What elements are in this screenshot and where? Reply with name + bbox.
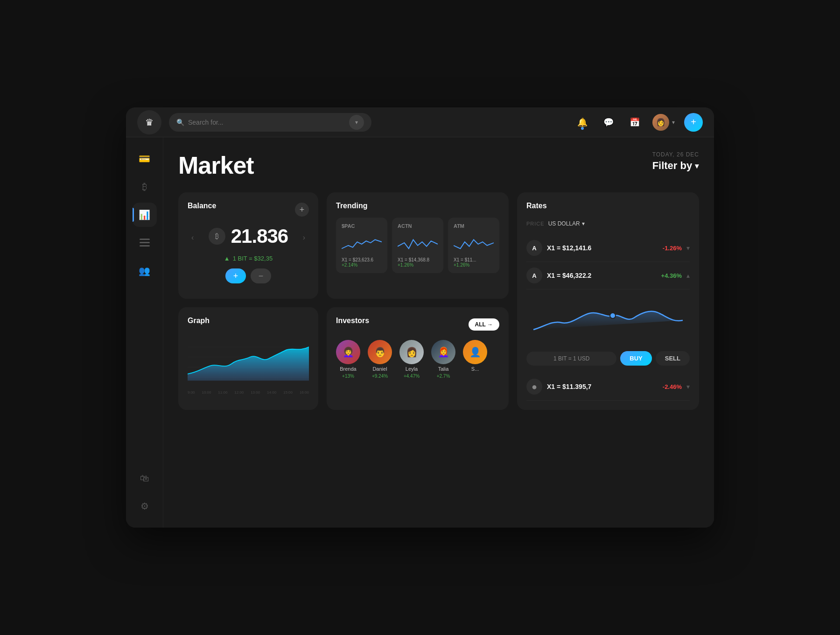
up-arrow-icon: ▲: [224, 255, 230, 262]
rate-expand-1[interactable]: ▾: [686, 244, 690, 252]
content-header: Market TODAY, 26 DEC Filter by ▾: [178, 151, 699, 179]
trade-buttons: 1 BIT = 1 USD BUY SELL: [526, 351, 690, 366]
investor-s[interactable]: 👤 S...: [463, 340, 487, 379]
currency-dropdown[interactable]: US DOLLAR ▾: [548, 220, 585, 227]
add-btn[interactable]: +: [684, 113, 703, 132]
trending-item-atm[interactable]: ATM X1 = $11... +1.26%: [448, 218, 499, 273]
minus-label: −: [259, 271, 264, 281]
avatar-btn[interactable]: 👩 ▾: [652, 114, 675, 131]
user-avatar: 👩: [652, 114, 669, 131]
trending-item-actn[interactable]: ACTN X1 = $14,368.8 +1.26%: [392, 218, 443, 273]
price-atm: X1 = $11...: [454, 257, 494, 262]
rate-icon-3: ●: [526, 379, 542, 395]
trending-title: Trending: [336, 202, 499, 210]
filter-button[interactable]: Filter by ▾: [652, 160, 699, 172]
btc-icon: ₿: [209, 228, 225, 245]
change-leyla: +4.47%: [404, 374, 420, 379]
ticker-spac: $PAC: [342, 223, 382, 229]
plus-label: +: [233, 271, 238, 281]
search-dropdown-btn[interactable]: ▾: [349, 115, 364, 130]
sidebar-item-wallet[interactable]: 💳: [133, 147, 157, 171]
sidebar-item-bag[interactable]: 🛍: [133, 466, 157, 490]
svg-rect-2: [140, 245, 150, 247]
investor-leyla[interactable]: 👩 Leyla +4.47%: [399, 340, 424, 379]
balance-card: Balance + ‹ ₿ 21.836 › ▲ 1 BIT = $32,35: [178, 192, 318, 299]
notifications-btn[interactable]: 🔔: [574, 114, 591, 131]
balance-amount: 21.836: [231, 225, 288, 247]
rates-price-row: PRICE US DOLLAR ▾: [526, 220, 690, 227]
filter-chevron-icon: ▾: [695, 162, 699, 170]
all-investors-btn[interactable]: ALL →: [469, 318, 499, 331]
sell-button[interactable]: SELL: [656, 351, 690, 366]
svg-rect-0: [140, 239, 150, 240]
graph-svg: [188, 332, 309, 388]
trending-card: Trending $PAC X1 = $23,623.6 +2.14%: [327, 192, 509, 299]
topbar: ♛ 🔍 ▾ 🔔 💬 📅 👩 ▾ +: [126, 107, 714, 137]
investor-daniel[interactable]: 👨 Daniel +9.24%: [368, 340, 392, 379]
trade-price-label: 1 BIT = 1 USD: [526, 352, 616, 366]
investors-header: Investors ALL →: [336, 317, 499, 332]
sidebar-item-chart[interactable]: 📊: [133, 203, 157, 227]
x-label-8: 16:00: [300, 390, 309, 395]
name-leyla: Leyla: [406, 366, 418, 372]
buy-button[interactable]: BUY: [620, 351, 651, 366]
x-label-6: 14:00: [267, 390, 276, 395]
rate-row-2: A X1 = $46,322.2 +4.36% ▴: [526, 262, 690, 289]
x-label-4: 12:00: [234, 390, 244, 395]
rate-change-2: +4.36%: [661, 272, 682, 279]
svg-rect-1: [140, 242, 150, 243]
avatar-leyla: 👩: [399, 340, 424, 364]
x-label-2: 10:00: [202, 390, 211, 395]
currency-chevron-icon: ▾: [582, 220, 585, 227]
date-label: TODAY, 26 DEC: [652, 151, 699, 158]
price-label: PRICE: [526, 221, 545, 226]
messages-btn[interactable]: 💬: [600, 114, 617, 131]
balance-add-btn[interactable]: +: [295, 203, 309, 217]
sidebar-item-list[interactable]: [133, 231, 157, 255]
name-talia: Talia: [438, 366, 449, 372]
rate-icon-1: A: [526, 240, 542, 256]
trending-item-spac[interactable]: $PAC X1 = $23,623.6 +2.14%: [336, 218, 387, 273]
mini-chart-atm: [454, 233, 494, 254]
deposit-btn[interactable]: +: [225, 268, 246, 283]
balance-nav: ‹ ₿ 21.836 ›: [188, 225, 309, 250]
rate-change-3: -2.46%: [663, 383, 682, 390]
ticker-atm: ATM: [454, 223, 494, 229]
ticker-actn: ACTN: [398, 223, 438, 229]
search-input[interactable]: [188, 119, 345, 126]
sidebar-item-crypto[interactable]: ₿: [133, 175, 157, 199]
investor-talia[interactable]: 👩‍🦰 Talia +2.7%: [431, 340, 455, 379]
avatar-s: 👤: [463, 340, 487, 364]
logo-area: ♛: [137, 110, 161, 134]
balance-rate: ▲ 1 BIT = $32,35: [188, 255, 309, 262]
search-bar[interactable]: 🔍 ▾: [169, 113, 371, 132]
rate-row-3: ● X1 = $11.395,7 -2.46% ▾: [526, 373, 690, 401]
change-brenda: +13%: [342, 374, 354, 379]
rate-expand-3[interactable]: ▾: [686, 383, 690, 390]
investors-title: Investors: [336, 317, 369, 325]
x-label-3: 11:00: [218, 390, 227, 395]
balance-prev-btn[interactable]: ‹: [188, 232, 197, 244]
rate-expand-2[interactable]: ▴: [686, 272, 690, 279]
withdraw-btn[interactable]: −: [251, 268, 271, 283]
investors-card: Investors ALL → 👩‍🦱 Brenda +13% 👨: [327, 307, 509, 410]
cards-grid: Balance + ‹ ₿ 21.836 › ▲ 1 BIT = $32,35: [178, 192, 699, 410]
rates-card: Rates PRICE US DOLLAR ▾ A X1 = $12,141.6…: [517, 192, 699, 410]
sidebar-item-settings[interactable]: ⚙: [133, 494, 157, 518]
balance-next-btn[interactable]: ›: [299, 232, 309, 244]
content-area: Market TODAY, 26 DEC Filter by ▾ Balance…: [163, 137, 714, 528]
rates-header: Rates: [526, 202, 690, 218]
price-spac: X1 = $23,623.6: [342, 257, 382, 262]
sidebar-item-users[interactable]: 👥: [133, 259, 157, 283]
graph-title: Graph: [188, 317, 309, 325]
avatar-brenda: 👩‍🦱: [336, 340, 360, 364]
calendar-btn[interactable]: 📅: [626, 114, 643, 131]
page-title: Market: [178, 151, 254, 179]
investor-brenda[interactable]: 👩‍🦱 Brenda +13%: [336, 340, 360, 379]
rate-value-1: X1 = $12,141.6: [547, 244, 658, 252]
price-actn: X1 = $14,368.8: [398, 257, 438, 262]
topbar-icons: 🔔 💬 📅 👩 ▾ +: [574, 113, 703, 132]
name-s: S...: [471, 366, 479, 372]
change-spac: +2.14%: [342, 262, 382, 268]
x-axis-labels: 9:00 10:00 11:00 12:00 13:00 14:00 15:00…: [188, 390, 309, 395]
